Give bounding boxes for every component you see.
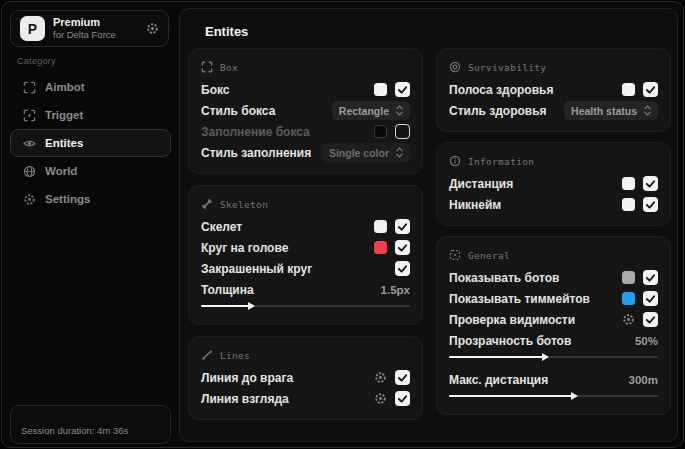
session-duration-label: Session duration: 4m 36s <box>21 425 128 436</box>
panel-header-label: Lines <box>220 350 250 361</box>
setting-row: Стиль заполнения Single color <box>201 142 410 163</box>
color-swatch[interactable] <box>622 292 635 305</box>
brand-title: Premium <box>53 16 116 30</box>
setting-row: Скелет <box>201 216 410 237</box>
setting-row: Заполнение бокса <box>201 121 410 142</box>
checkbox[interactable] <box>395 240 410 255</box>
panel-header-label: Survivability <box>468 62 546 73</box>
color-swatch[interactable] <box>622 271 635 284</box>
dashed-grid-icon <box>449 249 461 261</box>
slider-value: 300m <box>629 374 658 386</box>
setting-row: Закрашенный круг <box>201 258 410 279</box>
chevron-up-down-icon <box>396 105 403 116</box>
brand-logo: P <box>20 16 45 41</box>
checkbox[interactable] <box>643 197 658 212</box>
panel-information: Information Дистанция Никнейм <box>436 142 671 226</box>
health-style-dropdown[interactable]: Health status <box>564 101 658 120</box>
setting-row: Прозрачность ботов 50% <box>449 330 658 351</box>
setting-row: Показывать ботов <box>449 267 658 288</box>
app-window: P Premium for Delta Force Category Aimbo… <box>1 1 684 448</box>
checkbox[interactable] <box>395 124 410 139</box>
globe-icon <box>23 165 36 178</box>
sidebar-item-label: Settings <box>45 193 90 205</box>
setting-row: Показывать тиммейтов <box>449 288 658 309</box>
sidebar-item-settings[interactable]: Settings <box>10 185 171 213</box>
setting-row: Линия взгляда <box>201 388 410 409</box>
checkbox[interactable] <box>643 291 658 306</box>
info-icon <box>449 155 461 167</box>
sidebar-item-label: World <box>45 165 77 177</box>
checkbox[interactable] <box>395 82 410 97</box>
panel-skeleton: Skeleton Скелет Круг на голове <box>188 185 423 325</box>
color-swatch[interactable] <box>622 198 635 211</box>
setting-row: Толщина 1.5px <box>201 279 410 300</box>
panel-general: General Показывать ботов Показывать тимм… <box>436 236 671 415</box>
page-title: Entites <box>205 24 248 39</box>
gear-icon[interactable] <box>622 313 635 326</box>
bot-opacity-slider[interactable] <box>449 352 658 362</box>
gear-icon[interactable] <box>374 371 387 384</box>
session-duration-card: Session duration: 4m 36s <box>10 405 171 444</box>
gear-icon <box>23 193 36 206</box>
sidebar-menu: Aimbot Trigget Entites World Settings <box>10 73 171 213</box>
color-swatch[interactable] <box>374 220 387 233</box>
color-swatch[interactable] <box>374 125 387 138</box>
fill-style-dropdown[interactable]: Single color <box>322 143 410 162</box>
setting-row: Стиль здоровья Health status <box>449 100 658 121</box>
lifebuoy-icon <box>449 61 461 73</box>
panel-header-label: General <box>468 250 510 261</box>
sidebar-item-aimbot[interactable]: Aimbot <box>10 73 171 101</box>
main-content: Entites Box Бокс Стиль бокса <box>179 8 678 442</box>
color-swatch[interactable] <box>374 83 387 96</box>
setting-row: Линия до врага <box>201 367 410 388</box>
checkbox[interactable] <box>395 391 410 406</box>
setting-row: Проверка видимости <box>449 309 658 330</box>
checkbox[interactable] <box>395 219 410 234</box>
column-left: Box Бокс Стиль бокса Rectangle <box>188 48 423 420</box>
panel-lines: Lines Линия до врага Линия взгляда <box>188 336 423 420</box>
sidebar: P Premium for Delta Force Category Aimbo… <box>2 2 179 447</box>
panel-box: Box Бокс Стиль бокса Rectangle <box>188 48 423 174</box>
category-label: Category <box>17 56 56 66</box>
setting-row: Круг на голове <box>201 237 410 258</box>
box-style-dropdown[interactable]: Rectangle <box>332 101 410 120</box>
setting-row: Бокс <box>201 79 410 100</box>
gear-icon[interactable] <box>374 392 387 405</box>
bone-icon <box>201 198 213 210</box>
gear-icon[interactable] <box>146 22 159 35</box>
setting-row: Макс. дистанция 300m <box>449 369 658 390</box>
column-right: Survivability Полоса здоровья Стиль здор… <box>436 48 671 415</box>
diagonal-line-icon <box>201 349 213 361</box>
color-swatch[interactable] <box>622 177 635 190</box>
sidebar-item-label: Entites <box>45 137 83 149</box>
checkbox[interactable] <box>643 270 658 285</box>
crosshair-dot-icon <box>23 109 36 122</box>
sidebar-item-trigget[interactable]: Trigget <box>10 101 171 129</box>
panel-header-label: Box <box>220 62 238 73</box>
setting-row: Полоса здоровья <box>449 79 658 100</box>
sidebar-item-world[interactable]: World <box>10 157 171 185</box>
brand-subtitle: for Delta Force <box>53 29 116 41</box>
checkbox[interactable] <box>643 176 658 191</box>
color-swatch[interactable] <box>374 241 387 254</box>
setting-row: Стиль бокса Rectangle <box>201 100 410 121</box>
panel-survivability: Survivability Полоса здоровья Стиль здор… <box>436 48 671 132</box>
thickness-slider[interactable] <box>201 301 410 311</box>
panel-header-label: Information <box>468 156 534 167</box>
checkbox[interactable] <box>395 261 410 276</box>
max-distance-slider[interactable] <box>449 391 658 401</box>
setting-row: Никнейм <box>449 194 658 215</box>
panel-header-label: Skeleton <box>220 199 268 210</box>
checkbox[interactable] <box>643 82 658 97</box>
checkbox[interactable] <box>643 312 658 327</box>
slider-value: 1.5px <box>381 284 410 296</box>
box-corners-icon <box>201 61 213 73</box>
checkbox[interactable] <box>395 370 410 385</box>
chevron-up-down-icon <box>644 105 651 116</box>
sidebar-item-label: Trigget <box>45 109 83 121</box>
setting-row: Дистанция <box>449 173 658 194</box>
brand-card: P Premium for Delta Force <box>10 10 169 47</box>
chevron-up-down-icon <box>396 147 403 158</box>
sidebar-item-entites[interactable]: Entites <box>10 129 171 157</box>
color-swatch[interactable] <box>622 83 635 96</box>
